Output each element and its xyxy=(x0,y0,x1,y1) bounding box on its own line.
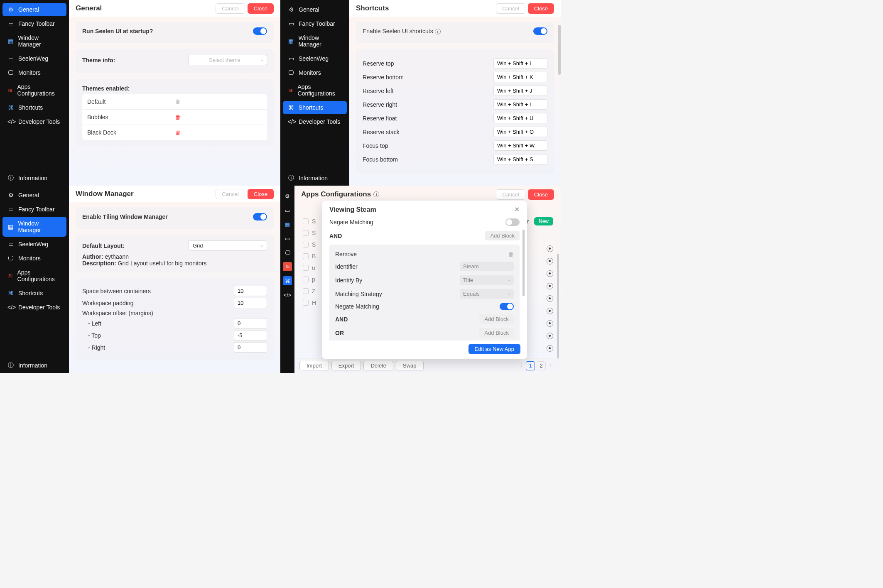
sidebar-item-apps-config[interactable]: ≋Apps Configurations xyxy=(2,266,66,286)
trash-icon[interactable]: 🗑 xyxy=(175,114,262,120)
shortcut-input[interactable] xyxy=(493,86,547,96)
sidebar-item-monitors[interactable]: 🖵Monitors xyxy=(283,66,347,79)
close-button[interactable]: Close xyxy=(528,189,554,200)
eye-icon[interactable] xyxy=(547,283,553,289)
cancel-button[interactable]: Cancel xyxy=(216,3,245,14)
trash-icon[interactable]: 🗑 xyxy=(175,98,262,105)
eye-icon[interactable] xyxy=(547,320,553,327)
sidebar-item-window-manager[interactable]: ▦Window Manager xyxy=(283,31,347,51)
shortcut-input[interactable] xyxy=(493,140,547,151)
edit-as-new-button[interactable]: Edit as New App xyxy=(468,344,520,354)
sidebar-item-apps-config[interactable]: ≋Apps Configurations xyxy=(283,80,347,100)
shortcut-input[interactable] xyxy=(493,58,547,69)
padding-input[interactable] xyxy=(234,298,267,308)
negate-toggle[interactable] xyxy=(505,218,520,226)
sidebar-item-shortcuts[interactable]: ⌘Shortcuts xyxy=(283,101,347,114)
sidebar-item-seelenweg[interactable]: ▭SeelenWeg xyxy=(2,238,66,251)
sidebar-item-fancy-toolbar[interactable]: ▭Fancy Toolbar xyxy=(2,203,66,216)
add-block-button[interactable]: Add Block xyxy=(485,231,520,240)
info-icon[interactable]: i xyxy=(435,29,441,34)
page-2[interactable]: 2 xyxy=(537,361,546,370)
sidebar-item-dev-tools[interactable]: </>Developer Tools xyxy=(2,115,66,128)
close-icon[interactable]: ✕ xyxy=(514,206,520,213)
theme-item[interactable]: Default🗑 xyxy=(82,94,267,110)
sidebar-item-shortcuts[interactable]: ⌘Shortcuts xyxy=(2,101,66,114)
checkbox[interactable] xyxy=(303,218,309,224)
enable-tiling-toggle[interactable] xyxy=(253,213,267,220)
new-button[interactable]: New xyxy=(534,217,553,225)
sidebar-item-general[interactable]: ⚙General xyxy=(2,189,66,202)
shortcut-input[interactable] xyxy=(493,113,547,123)
sidebar-item-monitors[interactable]: 🖵Monitors xyxy=(2,252,66,265)
enable-shortcuts-toggle[interactable] xyxy=(533,27,547,35)
shortcut-input[interactable] xyxy=(493,99,547,110)
sidebar-item-information[interactable]: ⓘInformation xyxy=(283,171,347,185)
sidebar-item-fancy-toolbar[interactable]: ▭Fancy Toolbar xyxy=(283,17,347,30)
checkbox[interactable] xyxy=(303,265,309,271)
sidebar-item-information[interactable]: ⓘInformation xyxy=(2,171,66,185)
cancel-button[interactable]: Cancel xyxy=(496,189,525,200)
scrollbar[interactable] xyxy=(558,25,561,75)
shortcut-input[interactable] xyxy=(493,72,547,82)
gear-icon[interactable]: ⚙ xyxy=(283,191,292,201)
sidebar-item-seelenweg[interactable]: ▭SeelenWeg xyxy=(2,52,66,65)
export-button[interactable]: Export xyxy=(331,361,361,370)
sidebar-item-window-manager[interactable]: ▦Window Manager xyxy=(2,31,66,51)
monitor-icon[interactable]: 🖵 xyxy=(283,248,292,257)
shortcut-input[interactable] xyxy=(493,154,547,164)
offset-right-input[interactable] xyxy=(234,342,267,353)
eye-icon[interactable] xyxy=(547,258,553,265)
scrollbar[interactable] xyxy=(557,254,559,362)
sidebar-item-seelenweg[interactable]: ▭SeelenWeg xyxy=(283,52,347,65)
sidebar-item-information[interactable]: ⓘInformation xyxy=(2,358,66,372)
add-block-button[interactable]: Add Block xyxy=(479,328,514,338)
eye-icon[interactable] xyxy=(547,345,553,352)
eye-icon[interactable] xyxy=(547,245,553,252)
page-prev[interactable]: 〈 xyxy=(516,362,524,369)
sidebar-item-fancy-toolbar[interactable]: ▭Fancy Toolbar xyxy=(2,17,66,30)
eye-icon[interactable] xyxy=(547,295,553,302)
shortcut-input[interactable] xyxy=(493,127,547,137)
sidebar-item-apps-config[interactable]: ≋Apps Configurations xyxy=(2,80,66,100)
close-button[interactable]: Close xyxy=(248,189,274,199)
default-layout-select[interactable]: Grid xyxy=(188,240,267,251)
page-next[interactable]: 〉 xyxy=(547,362,556,369)
swap-button[interactable]: Swap xyxy=(396,361,424,370)
add-block-button[interactable]: Add Block xyxy=(479,314,514,324)
theme-item[interactable]: Bubbles🗑 xyxy=(82,110,267,125)
cancel-button[interactable]: Cancel xyxy=(216,189,245,199)
toolbar-icon[interactable]: ▭ xyxy=(283,206,292,215)
trash-icon[interactable]: 🗑 xyxy=(175,129,262,136)
trash-icon[interactable]: 🗑 xyxy=(508,251,514,257)
checkbox[interactable] xyxy=(303,242,309,247)
checkbox[interactable] xyxy=(303,288,309,294)
checkbox[interactable] xyxy=(303,230,309,236)
theme-select[interactable]: Select theme xyxy=(188,55,267,65)
cancel-button[interactable]: Cancel xyxy=(496,3,525,14)
sidebar-item-monitors[interactable]: 🖵Monitors xyxy=(2,66,66,79)
eye-icon[interactable] xyxy=(547,308,553,314)
offset-left-input[interactable] xyxy=(234,318,267,328)
dock-icon[interactable]: ▭ xyxy=(283,234,292,243)
checkbox[interactable] xyxy=(303,300,309,306)
sidebar-item-shortcuts[interactable]: ⌘Shortcuts xyxy=(2,287,66,300)
import-button[interactable]: Import xyxy=(299,361,329,370)
grid-icon[interactable]: ▦ xyxy=(283,220,292,229)
info-icon[interactable]: i xyxy=(373,191,379,197)
close-button[interactable]: Close xyxy=(528,3,554,14)
layers-icon[interactable]: ≋ xyxy=(283,262,292,271)
sidebar-item-general[interactable]: ⚙General xyxy=(2,3,66,16)
close-button[interactable]: Close xyxy=(248,3,274,14)
sidebar-item-general[interactable]: ⚙General xyxy=(283,3,347,16)
page-1[interactable]: 1 xyxy=(526,361,535,370)
scrollbar[interactable] xyxy=(522,230,525,296)
offset-top-input[interactable] xyxy=(234,330,267,341)
keyboard-icon[interactable]: ⌘ xyxy=(283,276,292,285)
eye-icon[interactable] xyxy=(547,333,553,339)
negate-toggle-2[interactable] xyxy=(500,303,514,310)
code-icon[interactable]: </> xyxy=(283,290,292,299)
checkbox[interactable] xyxy=(303,253,309,259)
delete-button[interactable]: Delete xyxy=(363,361,393,370)
sidebar-item-window-manager[interactable]: ▦Window Manager xyxy=(2,217,66,237)
sidebar-item-dev-tools[interactable]: </>Developer Tools xyxy=(2,301,66,314)
